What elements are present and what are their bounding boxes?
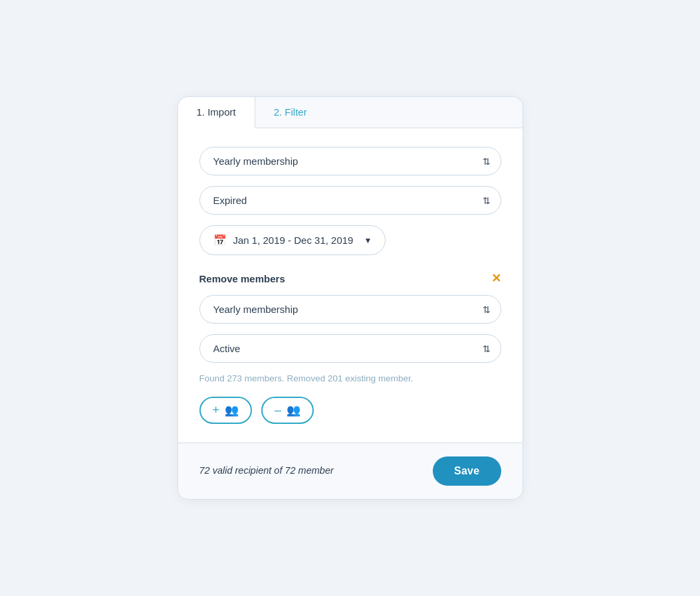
- status2-wrapper: Active ⇅: [199, 334, 501, 363]
- date-chevron-icon: ▼: [364, 236, 372, 245]
- add-members-button[interactable]: + 👥: [199, 397, 253, 424]
- remove-members-label: Remove members: [199, 273, 285, 284]
- save-button[interactable]: Save: [433, 456, 501, 486]
- card-body: Yearly membership ⇅ Expired ⇅ 📅 Jan 1, 2…: [178, 128, 523, 424]
- tab-import[interactable]: 1. Import: [178, 97, 255, 129]
- card-footer: 72 valid recipient of 72 member Save: [178, 443, 523, 499]
- remove-close-icon[interactable]: ✕: [491, 271, 501, 286]
- remove-members-button[interactable]: – 👥: [261, 397, 314, 424]
- tab-bar: 1. Import 2. Filter: [178, 97, 523, 129]
- status1-wrapper: Expired ⇅: [199, 186, 501, 215]
- tab-filter-label: 2. Filter: [274, 106, 307, 118]
- date-range-label: Jan 1, 2019 - Dec 31, 2019: [233, 235, 354, 246]
- tab-import-label: 1. Import: [197, 106, 236, 118]
- add-people-icon: 👥: [225, 403, 239, 417]
- membership2-wrapper: Yearly membership ⇅: [199, 295, 501, 324]
- status2-select[interactable]: Active: [199, 334, 501, 363]
- tab-filter[interactable]: 2. Filter: [255, 97, 326, 129]
- footer-recipients-text: 72 valid recipient of 72 member: [199, 464, 334, 478]
- found-members-status: Found 273 members. Removed 201 existing …: [199, 373, 501, 383]
- calendar-icon: 📅: [213, 234, 227, 247]
- plus-icon: +: [213, 403, 220, 417]
- membership2-select[interactable]: Yearly membership: [199, 295, 501, 324]
- status1-select[interactable]: Expired: [199, 186, 501, 215]
- action-buttons-row: + 👥 – 👥: [199, 397, 501, 424]
- membership1-select[interactable]: Yearly membership: [199, 147, 501, 175]
- main-card: 1. Import 2. Filter Yearly membership ⇅ …: [177, 96, 523, 500]
- remove-members-row: Remove members ✕: [199, 271, 501, 286]
- membership1-wrapper: Yearly membership ⇅: [199, 147, 501, 175]
- remove-people-icon: 👥: [287, 403, 300, 417]
- date-range-button[interactable]: 📅 Jan 1, 2019 - Dec 31, 2019 ▼: [199, 225, 386, 255]
- minus-icon: –: [275, 403, 281, 417]
